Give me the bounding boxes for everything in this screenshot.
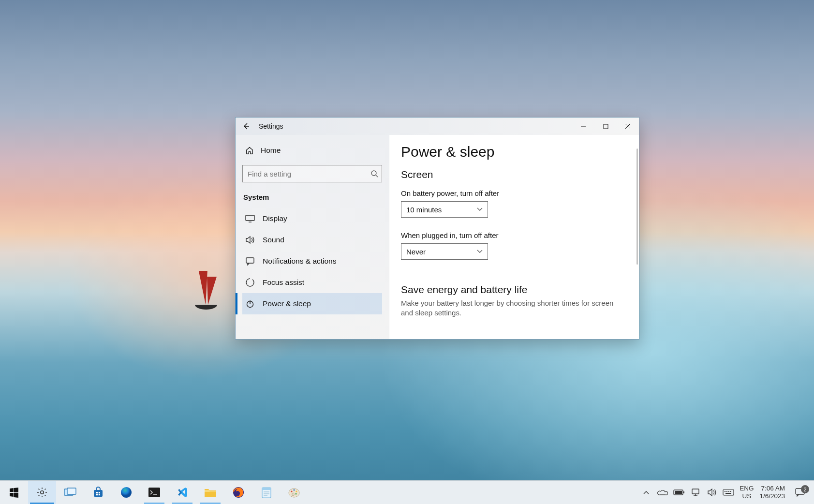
taskbar-app-file-explorer[interactable] xyxy=(196,481,224,504)
svg-point-23 xyxy=(292,493,294,496)
settings-window: Settings Home Sy xyxy=(235,117,639,340)
svg-rect-9 xyxy=(96,492,98,493)
svg-point-13 xyxy=(121,487,132,498)
svg-rect-14 xyxy=(148,488,160,497)
svg-rect-26 xyxy=(675,491,682,494)
search-input[interactable] xyxy=(242,165,382,182)
clock[interactable]: 7:06 AM 1/6/2023 xyxy=(756,481,788,504)
plugged-turnoff-label: When plugged in, turn off after xyxy=(401,231,627,239)
chevron-up-icon xyxy=(643,490,649,494)
svg-point-20 xyxy=(293,489,295,490)
svg-rect-33 xyxy=(725,493,731,494)
home-label: Home xyxy=(261,146,281,155)
focus-assist-icon xyxy=(245,278,255,287)
sidebar-item-home[interactable]: Home xyxy=(242,141,382,160)
network-icon xyxy=(691,488,700,497)
settings-sidebar: Home System Display Sound xyxy=(236,135,389,339)
taskbar-apps xyxy=(0,481,309,504)
nav-label: Notifications & actions xyxy=(263,257,337,266)
svg-rect-29 xyxy=(725,491,725,492)
task-view-icon xyxy=(64,488,76,497)
svg-rect-17 xyxy=(262,488,271,490)
start-button[interactable] xyxy=(0,481,28,504)
plugged-turnoff-value: Never xyxy=(406,248,426,256)
svg-point-1 xyxy=(371,171,376,176)
close-button[interactable] xyxy=(617,118,639,135)
titlebar: Settings xyxy=(236,118,639,135)
home-icon xyxy=(245,146,254,155)
notepad-icon xyxy=(261,486,272,499)
svg-rect-11 xyxy=(96,494,98,495)
maximize-icon xyxy=(603,124,608,129)
sidebar-item-power-sleep[interactable]: Power & sleep xyxy=(242,293,382,314)
paint-icon xyxy=(288,487,301,498)
nav-label: Display xyxy=(263,214,287,223)
search-icon xyxy=(370,170,378,178)
taskbar-app-vscode[interactable] xyxy=(168,481,196,504)
maximize-button[interactable] xyxy=(594,118,617,135)
taskbar-app-task-view[interactable] xyxy=(56,481,84,504)
terminal-icon xyxy=(148,487,161,498)
language-indicator[interactable]: ENG US xyxy=(737,481,756,504)
minimize-button[interactable] xyxy=(572,118,594,135)
taskbar-app-microsoft-store[interactable] xyxy=(84,481,112,504)
store-icon xyxy=(92,487,104,498)
svg-point-5 xyxy=(41,491,44,494)
battery-turnoff-select[interactable]: 10 minutes xyxy=(401,201,488,218)
arrow-left-icon xyxy=(242,122,250,130)
tray-battery[interactable] xyxy=(671,481,687,504)
svg-rect-27 xyxy=(692,489,699,494)
language-top: ENG xyxy=(740,485,754,492)
notifications-icon xyxy=(245,257,255,266)
svg-rect-28 xyxy=(723,489,734,495)
tray-overflow[interactable] xyxy=(638,481,654,504)
svg-rect-3 xyxy=(246,258,254,263)
svg-rect-31 xyxy=(728,491,729,492)
taskbar-app-firefox[interactable] xyxy=(224,481,252,504)
nav-label: Power & sleep xyxy=(263,299,311,308)
screen-header: Screen xyxy=(401,169,627,180)
svg-rect-0 xyxy=(604,124,608,129)
edge-icon xyxy=(120,486,133,499)
tray-input-method[interactable] xyxy=(720,481,737,504)
svg-rect-7 xyxy=(67,488,76,494)
sidebar-item-notifications[interactable]: Notifications & actions xyxy=(242,251,382,272)
chevron-down-icon xyxy=(477,250,483,253)
page-title: Power & sleep xyxy=(401,144,627,160)
display-icon xyxy=(245,215,255,222)
power-icon xyxy=(245,299,255,308)
svg-rect-32 xyxy=(730,491,731,492)
scrollbar[interactable] xyxy=(636,148,638,265)
action-center[interactable]: 2 xyxy=(788,488,812,497)
volume-icon xyxy=(707,488,717,497)
svg-rect-12 xyxy=(99,494,100,495)
sidebar-section-system: System xyxy=(242,193,382,201)
tray-volume[interactable] xyxy=(704,481,720,504)
clock-date: 1/6/2023 xyxy=(759,492,785,500)
taskbar-app-notepad[interactable] xyxy=(252,481,281,504)
plugged-turnoff-select[interactable]: Never xyxy=(401,243,488,260)
tray-onedrive[interactable] xyxy=(654,481,671,504)
notification-badge: 2 xyxy=(801,485,809,493)
sidebar-item-display[interactable]: Display xyxy=(242,208,382,229)
sidebar-item-focus-assist[interactable]: Focus assist xyxy=(242,272,382,293)
tray-network[interactable] xyxy=(687,481,704,504)
svg-point-21 xyxy=(296,490,297,492)
firefox-icon xyxy=(232,486,245,499)
taskbar-app-edge[interactable] xyxy=(112,481,140,504)
svg-rect-10 xyxy=(99,492,100,493)
energy-text: Make your battery last longer by choosin… xyxy=(401,298,614,318)
taskbar-app-settings[interactable] xyxy=(28,481,56,504)
system-tray: ENG US 7:06 AM 1/6/2023 2 xyxy=(638,481,814,504)
language-bottom: US xyxy=(740,492,754,500)
keyboard-icon xyxy=(723,489,734,496)
nav-label: Focus assist xyxy=(263,278,304,287)
sidebar-item-sound[interactable]: Sound xyxy=(242,229,382,251)
back-button[interactable] xyxy=(236,118,257,135)
taskbar-app-paint[interactable] xyxy=(281,481,309,504)
search-field[interactable] xyxy=(242,165,382,182)
gear-icon xyxy=(36,487,48,498)
taskbar-app-terminal[interactable] xyxy=(140,481,168,504)
settings-content: Power & sleep Screen On battery power, t… xyxy=(389,135,639,339)
nav-label: Sound xyxy=(263,236,284,244)
